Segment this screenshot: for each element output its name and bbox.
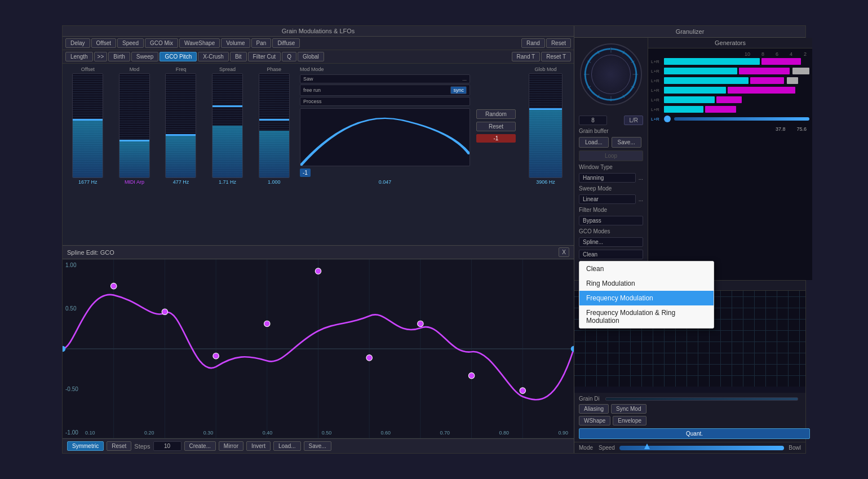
gen-bar-mag-5 bbox=[716, 96, 742, 103]
rand-t-btn[interactable]: Rand T bbox=[512, 52, 541, 61]
arrow-btn[interactable]: >> bbox=[94, 52, 108, 61]
save-gb-btn[interactable]: Save... bbox=[612, 137, 641, 148]
gen-bar-white-2 bbox=[792, 68, 809, 74]
spread-value: 1.71 Hz bbox=[219, 179, 236, 185]
clean-value[interactable]: Clean bbox=[579, 250, 643, 259]
svg-point-13 bbox=[162, 309, 168, 315]
grain-dist-row: Grain Di bbox=[579, 396, 801, 402]
gen-bar-row-2: L+R bbox=[651, 68, 809, 74]
mode-label-bottom: Mode bbox=[579, 445, 593, 451]
sweep-btn[interactable]: Sweep bbox=[131, 52, 159, 61]
gen-scale-6: 6 bbox=[776, 51, 778, 57]
bit-btn[interactable]: Bit bbox=[230, 52, 247, 61]
sweep-dots[interactable]: ... bbox=[639, 196, 643, 202]
waveshape-btn[interactable]: WaveShape bbox=[179, 38, 220, 48]
svg-point-17 bbox=[366, 355, 373, 361]
speed-slider-bar[interactable] bbox=[619, 446, 784, 450]
phase-slider[interactable] bbox=[259, 73, 290, 178]
spread-slider[interactable] bbox=[212, 73, 243, 178]
save-spline-btn[interactable]: Save... bbox=[304, 441, 331, 451]
reset-t-btn[interactable]: Reset T bbox=[541, 52, 571, 61]
sweep-mode-value[interactable]: Linear bbox=[579, 194, 636, 204]
grain-count[interactable]: 8 bbox=[579, 116, 607, 125]
gen-bar-mag-3 bbox=[750, 77, 784, 84]
gen-scale-10: 10 bbox=[745, 51, 750, 57]
load-gb-btn[interactable]: Load... bbox=[579, 137, 609, 148]
length-btn[interactable]: Length bbox=[65, 52, 93, 61]
process-mode[interactable]: Process bbox=[300, 97, 470, 106]
xcrush-btn[interactable]: X-Crush bbox=[198, 52, 229, 61]
quant-btn[interactable]: Quant. bbox=[579, 428, 810, 439]
spline-close-btn[interactable]: X bbox=[559, 247, 569, 257]
spline-canvas[interactable]: 1.00 0.50 -0.50 -1.00 bbox=[63, 259, 574, 438]
mod-slider[interactable] bbox=[119, 73, 150, 178]
loop-btn[interactable]: Loop bbox=[579, 150, 643, 161]
granulizer-knob[interactable] bbox=[580, 43, 642, 105]
reset-btn[interactable]: Reset bbox=[546, 38, 571, 48]
rand-btn[interactable]: Rand bbox=[521, 38, 545, 48]
spread-label: Spread bbox=[219, 66, 236, 72]
sync-btn[interactable]: sync bbox=[450, 86, 467, 94]
global-btn[interactable]: Global bbox=[298, 52, 324, 61]
glob-mod-label: Glob Mod bbox=[534, 66, 556, 72]
create-btn[interactable]: Create... bbox=[184, 441, 216, 451]
gco-pitch-btn[interactable]: GCO Pitch bbox=[160, 52, 197, 61]
mod-slider-col: Mod MIDI Arp bbox=[112, 66, 157, 185]
gen-scale-2: 2 bbox=[804, 51, 807, 57]
random-btn[interactable]: Random bbox=[476, 109, 516, 119]
q-btn[interactable]: Q bbox=[282, 52, 296, 61]
speed-btn[interactable]: Speed bbox=[117, 38, 144, 48]
filter-mode-value[interactable]: Bypass bbox=[579, 216, 643, 225]
gen-bar-row-7: L+R bbox=[651, 116, 809, 122]
mode-btn-row: Aliasing Sync Mod bbox=[579, 404, 801, 414]
glob-mod-slider[interactable] bbox=[529, 73, 563, 178]
steps-input[interactable] bbox=[153, 441, 181, 451]
lr-badge[interactable]: L/R bbox=[624, 116, 643, 125]
offset-value: 1677 Hz bbox=[78, 179, 98, 185]
gco-dropdown-menu: Clean Ring Modulation Frequency Modulati… bbox=[579, 261, 714, 329]
gen-bar-cyan-2 bbox=[664, 68, 737, 74]
wshape-btn[interactable]: WShape bbox=[579, 416, 610, 425]
window-type-value[interactable]: Hanning bbox=[579, 173, 636, 183]
aliasing-btn[interactable]: Aliasing bbox=[579, 404, 609, 414]
filter-mode-label: Filter Mode bbox=[579, 207, 643, 213]
sweep-mode-label: Sweep Mode bbox=[579, 185, 643, 192]
bowl-label-bottom: Bowl bbox=[789, 445, 801, 451]
spline-reset-btn[interactable]: Reset bbox=[107, 441, 131, 451]
dropdown-item-freq-ring[interactable]: Frequency Modulation & Ring Modulation bbox=[579, 305, 714, 328]
svg-point-16 bbox=[315, 268, 321, 274]
svg-point-19 bbox=[468, 372, 475, 379]
grain-dist-bar[interactable] bbox=[605, 397, 798, 401]
mod-value: MIDI Arp bbox=[125, 179, 144, 185]
sync-mod-btn[interactable]: Sync Mod bbox=[611, 404, 646, 414]
pan-btn[interactable]: Pan bbox=[251, 38, 272, 48]
gen-bar-mag-1 bbox=[761, 58, 801, 65]
grain-count-row: 8 L/R bbox=[579, 116, 643, 125]
offset-btn[interactable]: Offset bbox=[91, 38, 117, 48]
birth-btn[interactable]: Birth bbox=[108, 52, 130, 61]
dropdown-item-clean[interactable]: Clean bbox=[579, 261, 714, 276]
symmetric-btn[interactable]: Symmetric bbox=[67, 441, 104, 451]
grain-mod-title: Grain Modulations & LFOs bbox=[63, 26, 574, 37]
load-spline-btn[interactable]: Load... bbox=[273, 441, 301, 451]
gen-bar-cyan-5 bbox=[664, 96, 715, 103]
window-dots[interactable]: ... bbox=[639, 175, 643, 181]
diffuse-btn[interactable]: Diffuse bbox=[272, 38, 300, 48]
envelope-btn[interactable]: Envelope bbox=[613, 416, 646, 425]
offset-slider[interactable] bbox=[72, 73, 103, 178]
gco-mix-btn[interactable]: GCO Mix bbox=[145, 38, 178, 48]
filter-cut-btn[interactable]: Filter Cut bbox=[248, 52, 281, 61]
dropdown-item-freq[interactable]: Frequency Modulation bbox=[579, 291, 714, 305]
gen-scale-4: 4 bbox=[790, 51, 792, 57]
gco-modes-value[interactable]: Spline... bbox=[579, 237, 643, 247]
saw-mode[interactable]: Saw ... bbox=[300, 74, 470, 83]
badge-2: -1 bbox=[476, 134, 516, 143]
delay-btn[interactable]: Delay bbox=[65, 38, 90, 48]
mirror-btn[interactable]: Mirror bbox=[219, 441, 243, 451]
reset-rand-btn[interactable]: Reset bbox=[476, 122, 516, 131]
invert-btn[interactable]: Invert bbox=[246, 441, 271, 451]
volume-btn[interactable]: Volume bbox=[221, 38, 250, 48]
gen-bar-row-3: L+R bbox=[651, 77, 809, 84]
dropdown-item-ring[interactable]: Ring Modulation bbox=[579, 276, 714, 291]
freq-slider[interactable] bbox=[165, 73, 196, 178]
